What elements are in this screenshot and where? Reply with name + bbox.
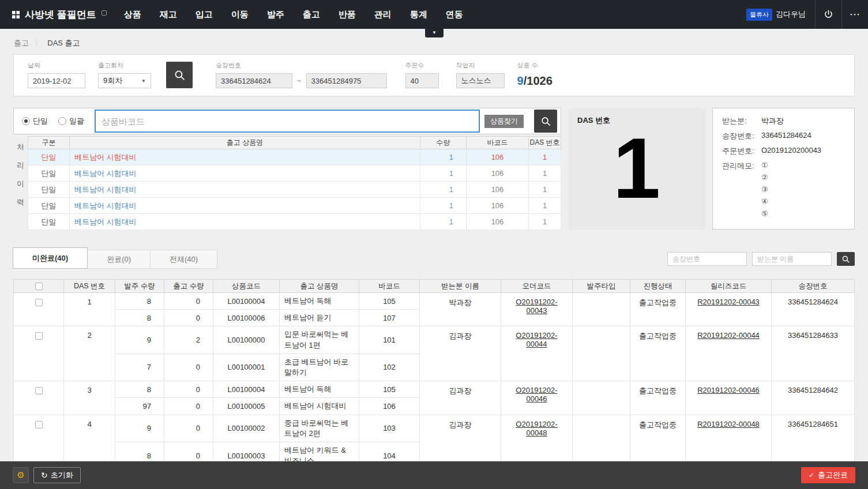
cell-order-qty: 9 <box>115 326 164 353</box>
barcode-input[interactable] <box>95 110 480 133</box>
order-code-link[interactable]: O20191202-00043 <box>516 298 557 315</box>
breadcrumb-current: DAS 출고 <box>47 39 80 47</box>
select-all-checkbox[interactable] <box>35 283 43 290</box>
breadcrumb-separator-icon: 〉 <box>35 39 42 47</box>
radio-batch-circle-icon <box>58 117 66 125</box>
row-checkbox[interactable] <box>35 332 43 340</box>
release-code-link[interactable]: R20191202-00046 <box>697 386 760 394</box>
list-invoice-search-input[interactable] <box>667 252 747 266</box>
main-menu: 상품재고입고이동발주출고반품관리통계연동 <box>124 9 463 20</box>
row-checkbox[interactable] <box>35 387 43 394</box>
order-code-link[interactable]: O20191202-00044 <box>516 331 557 348</box>
cell-invoice-number: 336451284642 <box>772 381 855 415</box>
history-row[interactable]: 단일베트남어 시험대비11061 <box>28 214 561 230</box>
date-input[interactable] <box>28 73 85 88</box>
list-receiver-search-input[interactable] <box>752 252 832 266</box>
info-label: 주문번호: <box>722 146 761 156</box>
more-menu-button[interactable]: ⋯ <box>841 0 868 29</box>
nav-item-stock[interactable]: 재고 <box>160 9 177 20</box>
barcode-search-button[interactable] <box>534 110 557 133</box>
main-column-header: 오더코드 <box>501 280 573 293</box>
tab-incomplete[interactable]: 미완료(40) <box>13 247 88 269</box>
table-row[interactable]: 380L00100004베트남어 독해105김과장O20191202-00046… <box>14 381 855 398</box>
row-checkbox[interactable] <box>35 299 43 306</box>
round-select[interactable]: 9회차 ▼ <box>98 73 151 88</box>
product-count-total: /1026 <box>524 74 553 87</box>
table-row[interactable]: 180L00100004베트남어 독해105박과장O20191202-00043… <box>14 293 855 310</box>
reset-button-label: 초기화 <box>51 470 73 480</box>
main-column-header: DAS 번호 <box>64 280 115 293</box>
radio-single[interactable]: 단일 <box>22 116 48 126</box>
check-icon: ✓ <box>809 471 814 479</box>
table-row[interactable]: 490L00100002중급 바로써먹는 베트남어 2편103김과장O20191… <box>14 415 855 442</box>
cell-product-name: 중급 바로써먹는 베트남어 2편 <box>280 415 359 442</box>
cell-invoice-number: 336451284633 <box>772 326 855 381</box>
history-cell-das: 1 <box>529 214 561 230</box>
cell-status: 출고작업중 <box>630 293 686 326</box>
nav-item-move[interactable]: 이동 <box>231 9 249 20</box>
logout-button[interactable] <box>815 0 841 29</box>
release-code-link[interactable]: R20191202-00044 <box>697 331 760 340</box>
radio-single-circle-icon <box>22 117 30 125</box>
order-code-link[interactable]: O20191202-00048 <box>516 420 557 437</box>
cell-barcode: 106 <box>359 398 420 415</box>
product-count-label: 상품 수 <box>517 61 553 70</box>
nav-item-inbound[interactable]: 입고 <box>196 9 213 20</box>
history-side-label: 처리이력 <box>13 136 28 230</box>
invoice-to-input[interactable] <box>306 73 387 88</box>
das-number: 1 <box>577 123 696 213</box>
cell-product-code: L00100005 <box>213 398 280 415</box>
find-product-button[interactable]: 상품찾기 <box>484 115 524 128</box>
nav-item-stats[interactable]: 통계 <box>410 9 427 20</box>
nav-item-return[interactable]: 반품 <box>339 9 356 20</box>
history-cell-barcode: 106 <box>467 214 529 230</box>
reset-button[interactable]: ↻ 초기화 <box>33 467 81 483</box>
order-code-link[interactable]: O20191202-00046 <box>516 386 557 403</box>
app-logo[interactable]: 사방넷 풀필먼트 <box>12 8 107 21</box>
row-select-cell <box>14 381 64 415</box>
cell-product-code: L00100004 <box>213 293 280 310</box>
worker-input[interactable] <box>456 73 505 88</box>
release-code-link[interactable]: R20191202-00048 <box>697 420 760 428</box>
nav-item-manage[interactable]: 관리 <box>374 9 392 20</box>
release-code-link[interactable]: R20191202-00043 <box>697 298 760 306</box>
cell-status: 출고작업중 <box>630 326 686 381</box>
cell-ship-qty: 0 <box>164 398 213 415</box>
tab-all[interactable]: 전체(40) <box>150 250 217 269</box>
nav-item-outbound[interactable]: 출고 <box>303 9 320 20</box>
order-count-input[interactable] <box>405 73 439 88</box>
history-row[interactable]: 단일베트남어 시험대비11061 <box>28 165 561 182</box>
history-column-header: 출고 상품명 <box>70 137 420 149</box>
row-select-cell <box>14 326 64 381</box>
history-row[interactable]: 단일베트남어 시험대비11061 <box>28 198 561 214</box>
invoice-from-input[interactable] <box>216 73 292 88</box>
radio-batch[interactable]: 일괄 <box>58 116 84 126</box>
tab-complete[interactable]: 완료(0) <box>87 250 151 269</box>
breadcrumb-parent[interactable]: 출고 <box>14 39 29 47</box>
shipment-info-row-0: 받는분:박과장 <box>722 116 845 126</box>
row-checkbox[interactable] <box>35 421 43 428</box>
filter-search-button[interactable] <box>166 62 193 88</box>
history-cell-qty: 1 <box>420 214 467 230</box>
product-count-value: 9/1026 <box>517 73 553 88</box>
history-row[interactable]: 단일베트남어 시험대비11061 <box>28 149 561 165</box>
table-row[interactable]: 292L00100000입문 바로써먹는 베트남어 1편101김과장O20191… <box>14 326 855 353</box>
history-cell-barcode: 106 <box>467 198 529 214</box>
cell-status: 출고작업중 <box>630 381 686 415</box>
worker-label: 작업자 <box>456 61 505 70</box>
das-panel: DAS 번호 1 <box>568 108 705 230</box>
settings-button[interactable]: ⚙ <box>13 467 29 483</box>
nav-item-order[interactable]: 발주 <box>267 9 284 20</box>
cell-receiver: 박과장 <box>420 293 501 326</box>
nav-item-integration[interactable]: 연동 <box>446 9 463 20</box>
row-select-cell <box>14 293 64 326</box>
history-row[interactable]: 단일베트남어 시험대비11061 <box>28 182 561 198</box>
user-name: 김다우님 <box>776 9 806 20</box>
complete-shipment-button[interactable]: ✓ 출고완료 <box>801 467 855 483</box>
scan-bar: 단일 일괄 상품찾기 <box>13 108 561 134</box>
logo-sup-badge <box>102 10 107 16</box>
nav-expand-handle[interactable]: ▼ <box>425 29 444 37</box>
list-search-button[interactable] <box>837 252 855 266</box>
cell-order-type <box>573 293 630 326</box>
nav-item-product[interactable]: 상품 <box>124 9 141 20</box>
